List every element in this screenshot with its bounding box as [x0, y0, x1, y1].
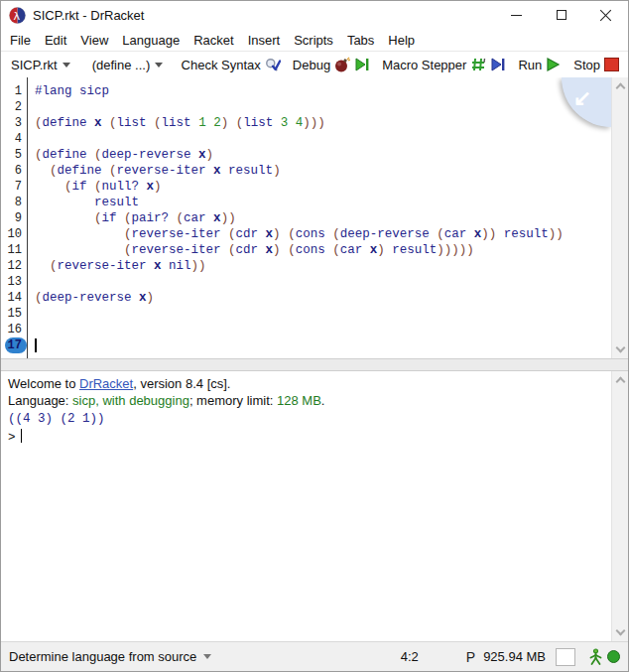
line-number: 2 [1, 99, 27, 115]
file-tab-label: SICP.rkt [11, 58, 58, 72]
menu-file[interactable]: File [3, 31, 38, 50]
line-number: 10 [1, 226, 27, 242]
line-number: 4 [1, 131, 27, 147]
line-number: 8 [1, 195, 27, 210]
drracket-logo-icon: λ [9, 7, 26, 24]
code-line: (reverse-iter (cdr x) (cons (deep-revers… [35, 226, 611, 242]
macro-step-icon [490, 57, 506, 72]
menu-insert[interactable]: Insert [241, 31, 288, 50]
code-line: (if (null? x) [35, 179, 611, 195]
interactions-line: Welcome to DrRacket, version 8.4 [cs]. [8, 375, 611, 392]
toolbar-actions: Check Syntax Debug [179, 56, 622, 73]
definitions-scrollbar[interactable] [611, 77, 628, 358]
menu-scripts[interactable]: Scripts [287, 31, 340, 50]
minimize-icon [511, 15, 522, 16]
macro-stepper-button[interactable]: Macro Stepper [379, 56, 509, 73]
language-selector[interactable]: Determine language from source [9, 649, 211, 664]
maximize-button[interactable] [539, 1, 583, 29]
stop-button[interactable]: Stop [570, 57, 622, 73]
code-line [35, 131, 611, 147]
line-number: 16 [1, 322, 27, 337]
window-controls [494, 1, 628, 29]
drracket-link[interactable]: DrRacket [79, 376, 133, 391]
memory-usage: 925.94 MB [483, 649, 546, 664]
menu-racket[interactable]: Racket [187, 31, 240, 50]
run-button[interactable]: Run [515, 56, 565, 73]
menu-bar: FileEditViewLanguageRacketInsertScriptsT… [1, 29, 628, 52]
code-line: (deep-reverse x) [35, 290, 611, 306]
chevron-down-icon [155, 63, 163, 67]
interactions-line: Language: sicp, with debugging; memory l… [8, 392, 611, 409]
run-label: Run [518, 58, 542, 72]
interactions-pane: Welcome to DrRacket, version 8.4 [cs].La… [1, 371, 628, 641]
menu-language[interactable]: Language [115, 31, 187, 50]
code-line [35, 99, 611, 115]
definitions-editor[interactable]: 1234567891011121314151617 #lang sicp(def… [1, 77, 611, 358]
line-number: 17 [1, 337, 27, 353]
magnifier-check-icon [265, 57, 281, 72]
line-number: 7 [1, 179, 27, 195]
debug-label: Debug [293, 58, 330, 72]
menu-help[interactable]: Help [381, 31, 422, 50]
code-line: (if (pair? (car x)) [35, 210, 611, 226]
file-tab-dropdown[interactable]: SICP.rkt [7, 56, 74, 74]
line-number: 3 [1, 115, 27, 131]
status-indicator-dot [607, 650, 620, 663]
scroll-up-icon [616, 377, 626, 387]
debug-button[interactable]: Debug [290, 56, 373, 73]
line-number: 5 [1, 147, 27, 163]
menu-view[interactable]: View [73, 31, 115, 50]
text-cursor [35, 338, 37, 352]
svg-text:λ: λ [14, 9, 21, 22]
code-line: #lang sicp [35, 83, 611, 99]
language-selector-label: Determine language from source [9, 649, 196, 664]
cursor-position: 4:2 [401, 649, 419, 664]
check-syntax-button[interactable]: Check Syntax [179, 56, 284, 73]
definition-nav-label: (define ...) [92, 58, 151, 72]
stop-square-icon [604, 58, 619, 71]
menu-tabs[interactable]: Tabs [340, 31, 381, 50]
interactions-area[interactable]: Welcome to DrRacket, version 8.4 [cs].La… [1, 371, 611, 641]
menu-edit[interactable]: Edit [38, 31, 73, 50]
line-number: 1 [1, 83, 27, 99]
code-line: result [35, 195, 611, 210]
run-play-icon [546, 57, 562, 72]
minimize-button[interactable] [494, 1, 539, 29]
chevron-down-icon [203, 654, 211, 659]
line-number: 13 [1, 274, 27, 290]
code-line [35, 306, 611, 322]
code-line: (reverse-iter x nil)) [35, 258, 611, 274]
code-line [35, 337, 611, 353]
line-numbers: 1234567891011121314151617 [1, 77, 28, 358]
window-title: SICP.rkt - DrRacket [33, 8, 144, 23]
scroll-up-icon [616, 83, 626, 93]
recycle-icon[interactable]: P [466, 649, 475, 665]
stop-label: Stop [573, 58, 600, 72]
code-lines[interactable]: #lang sicp(define x (list (list 1 2) (li… [28, 77, 611, 358]
close-button[interactable] [583, 1, 628, 29]
interactions-scrollbar[interactable] [611, 371, 628, 641]
line-number: 15 [1, 306, 27, 322]
maximize-icon [557, 10, 566, 20]
code-line: (reverse-iter (cdr x) (cons (car x) resu… [35, 242, 611, 258]
running-man-icon [589, 648, 602, 666]
definition-nav-dropdown[interactable]: (define ...) [88, 56, 168, 74]
pane-splitter[interactable] [1, 358, 628, 371]
chevron-down-icon [63, 63, 70, 67]
line-number: 12 [1, 258, 27, 274]
arrow-down-left-icon: ↙ [573, 85, 591, 111]
code-line [35, 322, 611, 337]
line-number: 9 [1, 210, 27, 226]
debug-step-icon [354, 57, 370, 72]
bomb-icon [334, 57, 350, 72]
toolbar: SICP.rkt (define ...) Check Syntax Debug [1, 52, 628, 77]
code-line: (define x (list (list 1 2) (list 3 4))) [35, 115, 611, 131]
status-bar: Determine language from source 4:2 P 925… [1, 641, 628, 671]
line-number: 6 [1, 163, 27, 179]
check-syntax-label: Check Syntax [182, 58, 261, 72]
macro-stepper-label: Macro Stepper [382, 58, 466, 72]
interactions-line: ((4 3) (2 1)) [8, 409, 611, 428]
code-line: (define (deep-reverse x) [35, 147, 611, 163]
code-line [35, 274, 611, 290]
close-icon [600, 9, 612, 21]
